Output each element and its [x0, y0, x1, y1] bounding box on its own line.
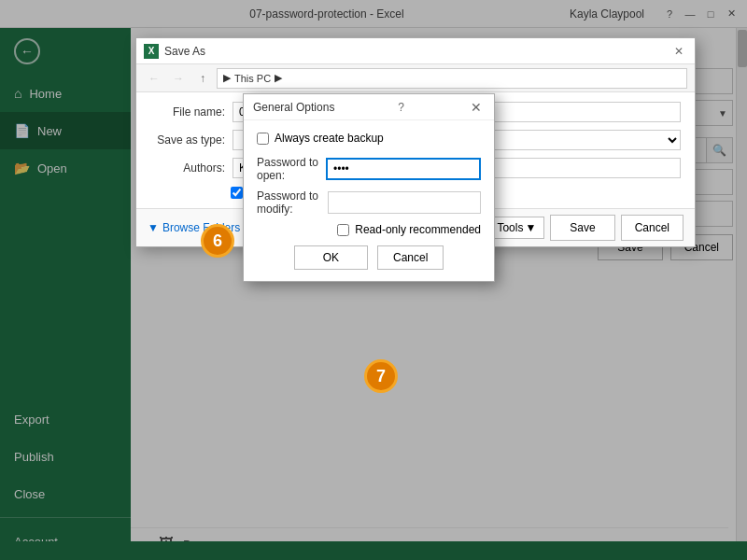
nav-forward-button[interactable]: →	[168, 68, 189, 89]
backup-checkbox[interactable]	[257, 133, 269, 145]
thumbnail-checkbox[interactable]	[231, 187, 243, 199]
general-options-dialog: General Options ? ✕ Always create backup…	[243, 93, 495, 282]
nav-up-button[interactable]: ↑	[192, 68, 213, 89]
excel-icon: X	[144, 44, 159, 59]
backup-checkbox-row: Always create backup	[257, 132, 481, 145]
save-as-dialog-title: Save As	[164, 45, 665, 58]
tools-button[interactable]: Tools ▼	[488, 217, 544, 239]
save-as-dialog-titlebar: X Save As ✕	[136, 38, 695, 64]
nav-back-button[interactable]: ←	[144, 68, 164, 89]
step-7-bubble: 7	[364, 359, 398, 393]
save-as-nav: ← → ↑ ▶ This PC ▶	[136, 64, 695, 92]
gen-help-button[interactable]: ?	[398, 101, 404, 114]
gen-close-button[interactable]: ✕	[468, 99, 485, 116]
chevron-icon: ▼	[148, 221, 159, 234]
password-modify-row: Password to modify:	[257, 189, 481, 216]
step-6-bubble: 6	[201, 224, 234, 258]
password-open-row: Password to open:	[257, 156, 481, 182]
readonly-label: Read-only recommended	[355, 223, 481, 236]
gen-btn-row: OK Cancel	[257, 245, 481, 270]
password-open-input[interactable]	[326, 158, 481, 180]
authors-field-label: Authors:	[150, 161, 225, 175]
nav-path: ▶ This PC ▶	[217, 68, 687, 89]
password-open-label: Password to open:	[257, 156, 320, 182]
password-modify-label: Password to modify:	[257, 189, 322, 216]
path-label: This PC	[234, 73, 271, 84]
gen-dialog-titlebar: General Options ? ✕	[244, 94, 494, 120]
gen-dialog-title-text: General Options	[253, 101, 334, 114]
path-separator: ▶	[275, 72, 282, 84]
filetype-field-label: Save as type:	[150, 133, 225, 147]
dialog-save-button[interactable]: Save	[550, 215, 614, 241]
save-as-close-button[interactable]: ✕	[670, 43, 687, 60]
gen-dialog-body: Always create backup Password to open: P…	[244, 120, 494, 281]
gen-cancel-button[interactable]: Cancel	[377, 245, 444, 270]
filename-field-label: File name:	[150, 105, 225, 119]
readonly-checkbox[interactable]	[337, 224, 349, 236]
password-modify-input[interactable]	[328, 191, 481, 214]
dialog-cancel-button[interactable]: Cancel	[621, 215, 684, 241]
path-item: ▶	[223, 72, 231, 84]
readonly-row: Read-only recommended	[257, 223, 481, 236]
backup-label: Always create backup	[275, 132, 384, 145]
gen-ok-button[interactable]: OK	[294, 245, 368, 270]
